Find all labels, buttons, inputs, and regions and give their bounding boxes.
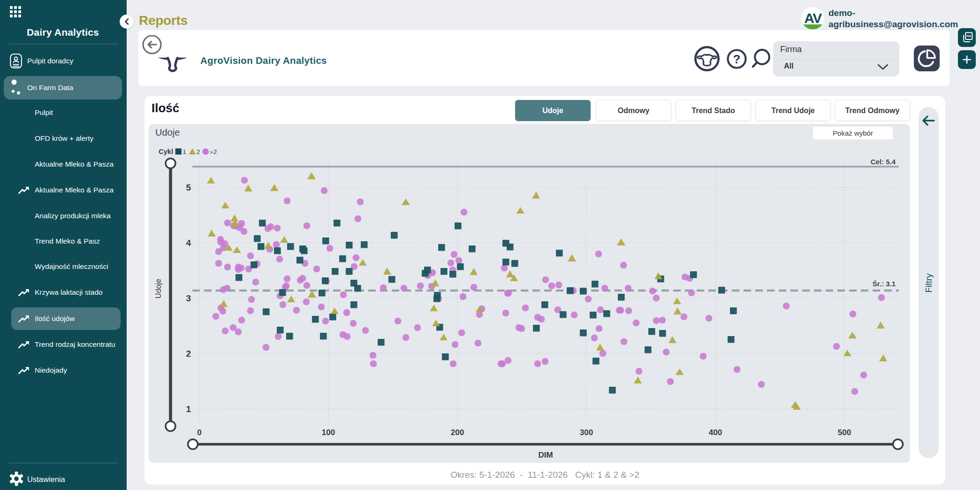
svg-text:200: 200 [451, 428, 464, 437]
svg-text:Śr.: 3.1: Śr.: 3.1 [873, 280, 896, 288]
svg-text:2: 2 [186, 349, 191, 359]
svg-text:DIM: DIM [538, 451, 553, 459]
svg-text:Udoje: Udoje [154, 279, 162, 299]
svg-text:1: 1 [186, 404, 191, 414]
svg-text:100: 100 [322, 428, 335, 437]
svg-text:Cel: 5.4: Cel: 5.4 [871, 158, 896, 166]
svg-text:3: 3 [186, 293, 191, 303]
svg-text:4: 4 [186, 238, 191, 248]
svg-text:?: ? [733, 52, 741, 66]
svg-text:5: 5 [186, 183, 191, 192]
svg-text:AV: AV [804, 10, 822, 26]
svg-text:PDF: PDF [966, 35, 972, 38]
svg-text:300: 300 [580, 428, 593, 437]
svg-text:500: 500 [838, 428, 851, 437]
svg-text:400: 400 [709, 428, 722, 437]
svg-text:0: 0 [197, 428, 201, 437]
